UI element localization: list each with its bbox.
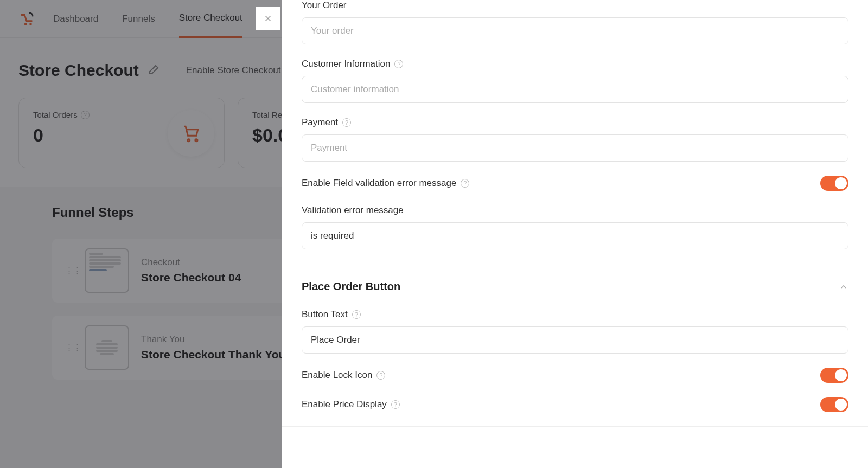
enable-lock-toggle[interactable] <box>820 368 848 383</box>
payment-input[interactable] <box>302 134 848 162</box>
help-icon[interactable]: ? <box>391 400 400 409</box>
place-order-section-header[interactable]: Place Order Button <box>302 280 848 293</box>
button-text-label: Button Text ? <box>302 309 848 320</box>
button-text-input[interactable] <box>302 326 848 354</box>
close-icon <box>263 14 273 23</box>
customer-info-input[interactable] <box>302 76 848 103</box>
section-divider <box>282 426 868 427</box>
enable-validation-label: Enable Field validation error message ? <box>302 178 469 189</box>
enable-validation-toggle[interactable] <box>820 176 848 191</box>
help-icon[interactable]: ? <box>394 60 403 68</box>
help-icon[interactable]: ? <box>461 179 469 188</box>
enable-lock-label: Enable Lock Icon ? <box>302 370 385 381</box>
settings-drawer: Your Order Customer Information ? Paymen… <box>282 0 868 468</box>
close-button[interactable] <box>256 7 280 30</box>
help-icon[interactable]: ? <box>352 310 361 319</box>
enable-price-toggle[interactable] <box>820 397 848 412</box>
help-icon[interactable]: ? <box>342 118 351 127</box>
your-order-input[interactable] <box>302 17 848 44</box>
validation-msg-label: Validation error message <box>302 205 848 216</box>
section-divider <box>282 264 868 264</box>
validation-msg-input[interactable] <box>302 222 848 249</box>
enable-price-label: Enable Price Display ? <box>302 399 400 410</box>
place-order-section-title: Place Order Button <box>302 280 400 293</box>
chevron-up-icon <box>839 282 848 292</box>
payment-label: Payment ? <box>302 117 848 128</box>
your-order-label: Your Order <box>302 0 848 11</box>
customer-info-label: Customer Information ? <box>302 59 848 69</box>
help-icon[interactable]: ? <box>376 371 385 380</box>
